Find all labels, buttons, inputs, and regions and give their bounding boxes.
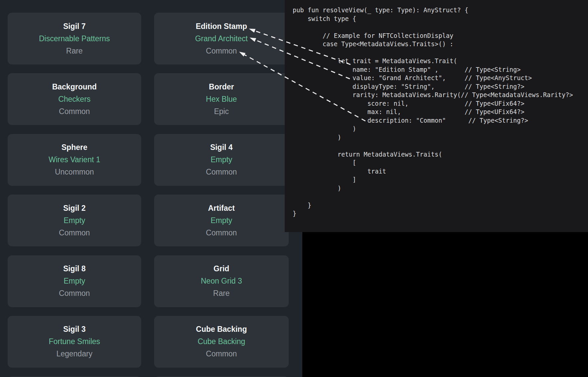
trait-name: Artifact [208,202,235,214]
traits-grid: Sigil 7 Discernable Patterns Rare Editio… [8,13,289,377]
trait-rarity: Epic [214,105,229,118]
trait-card: Artifact Empty Common [154,194,289,246]
trait-rarity: Common [59,105,90,118]
code-block: pub fun resolveView(_ type: Type): AnySt… [285,0,588,218]
trait-rarity: Common [59,227,90,239]
trait-card: Sphere Wires Varient 1 Uncommon [8,134,141,186]
trait-rarity: Rare [213,287,230,300]
traits-panel: Sigil 7 Discernable Patterns Rare Editio… [0,0,302,377]
trait-value: Empty [211,214,232,227]
trait-value: Neon Grid 3 [201,275,242,287]
trait-card: Sigil 7 Discernable Patterns Rare [8,13,141,64]
trait-rarity: Common [206,348,237,360]
trait-rarity: Uncommon [55,166,94,178]
trait-name: Sigil 3 [63,323,86,335]
trait-name: Sigil 7 [63,20,86,33]
trait-card: Border Hex Blue Epic [154,73,289,125]
trait-value: Empty [63,275,85,287]
trait-card: Background Checkers Common [8,73,141,125]
trait-card: Sigil 3 Fortune Smiles Legendary [8,316,141,368]
trait-rarity: Common [206,166,237,178]
trait-rarity: Common [206,227,237,239]
trait-name: Cube Backing [196,323,247,335]
trait-name: Border [209,81,234,93]
trait-name: Background [52,81,97,93]
trait-rarity: Rare [66,45,83,57]
trait-name: Sphere [61,141,87,154]
trait-card: Cube Backing Cube Backing Common [154,316,289,368]
trait-card: Sigil 4 Empty Common [154,134,289,186]
trait-card: Grid Neon Grid 3 Rare [154,255,289,307]
trait-card: Sigil 8 Empty Common [8,255,141,307]
trait-value: Empty [63,214,85,227]
trait-value: Cube Backing [198,335,245,348]
code-panel: pub fun resolveView(_ type: Type): AnySt… [285,0,588,232]
trait-name: Grid [214,263,229,275]
trait-value: Wires Varient 1 [49,154,100,166]
trait-name: Sigil 8 [63,263,86,275]
trait-rarity: Common [59,287,90,300]
trait-card: Edition Stamp Grand Architect Common [154,13,289,64]
trait-value: Checkers [58,93,90,105]
trait-name: Sigil 4 [210,141,233,154]
trait-value: Fortune Smiles [49,335,100,348]
trait-rarity: Legendary [56,348,93,360]
trait-value: Grand Architect [195,33,248,45]
trait-name: Sigil 2 [63,202,86,214]
trait-name: Edition Stamp [196,20,247,33]
trait-value: Empty [211,154,232,166]
trait-value: Discernable Patterns [39,33,110,45]
trait-rarity: Common [206,45,237,57]
trait-value: Hex Blue [206,93,237,105]
trait-card: Sigil 2 Empty Common [8,194,141,246]
